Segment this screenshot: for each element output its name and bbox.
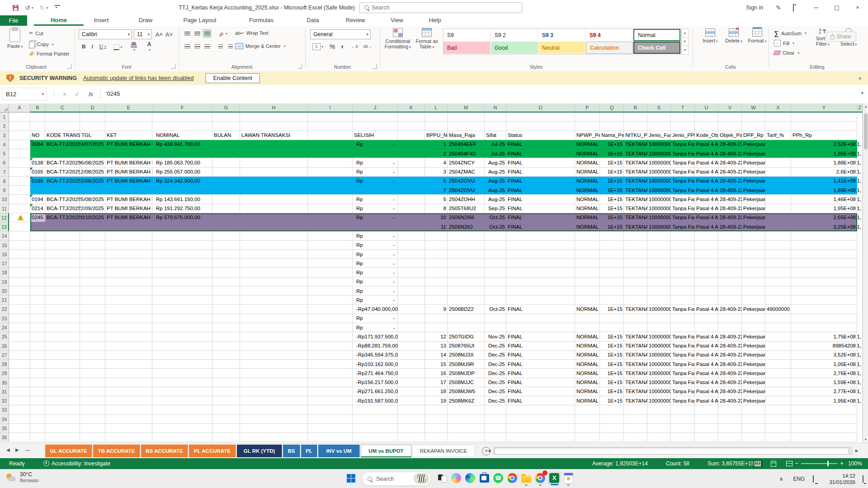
grid-cell-E8[interactable]: PT BUMI BERKAH BOG (105, 177, 152, 185)
grid-cell-V32[interactable]: 28-409-22 (718, 396, 742, 405)
grid-cell-F6[interactable]: Rp 185.063.700,00 (152, 158, 212, 167)
minimize-button[interactable]: ─ (806, 0, 826, 15)
grid-cell-V11[interactable]: 28-409-22 (718, 204, 742, 213)
autosum-button[interactable]: ∑AutoSum (774, 29, 807, 37)
accessibility-status[interactable]: Accessibility: Investigate (43, 458, 110, 469)
grid-cell-J29[interactable]: -Rp271.464.750,00 (353, 369, 398, 377)
field-header-selisih[interactable]: SELISIH (353, 131, 398, 140)
grid-cell-U6[interactable]: Pasal 4 Ay (695, 158, 718, 167)
grid-cell-W7[interactable]: Pekerjaan (742, 168, 765, 176)
grid-cell-M30[interactable]: 2508MJJC (448, 378, 485, 387)
taskbar-app-files[interactable] (520, 472, 533, 484)
grid-cell-Q26[interactable]: 1E+15 (600, 342, 624, 350)
grid-cell-V10[interactable]: 28-409-22 (718, 195, 742, 203)
cell-style-bad[interactable]: Bad (443, 42, 491, 54)
grid-cell-L8[interactable]: 6 (425, 177, 448, 185)
grid-cell-J16[interactable]: Rp- (353, 250, 398, 258)
vertical-scroll-thumb[interactable] (864, 113, 868, 150)
grid-cell-O26[interactable]: FINAL (506, 342, 575, 350)
grid-cell-R31[interactable]: TEKTANA (624, 387, 647, 396)
field-header-jenis-fasi[interactable]: Jenis_Fasi (647, 131, 671, 140)
save-button[interactable] (13, 5, 19, 11)
grid-cell-Z30[interactable]: 1, (857, 378, 863, 387)
grid-cell-Z26[interactable]: 1, (857, 342, 863, 350)
grid-cell-T8[interactable]: Tanpa Fas (671, 177, 695, 185)
grid-cell-J21[interactable]: Rp- (353, 296, 398, 304)
grid-cell-U8[interactable]: Pasal 4 Ay (695, 177, 718, 185)
top-align-button[interactable] (183, 29, 192, 38)
grid-cell-Z11[interactable]: 1, (857, 204, 863, 213)
row-header-11[interactable]: 11 (0, 204, 9, 213)
grid-cell-Q6[interactable]: 1E+15 (600, 158, 624, 167)
row-header-24[interactable]: 24 (0, 323, 9, 332)
font-size-combo[interactable]: 11 (134, 29, 152, 39)
gallery-up-button[interactable]: ▲ (681, 28, 689, 38)
row-header-17[interactable]: 17 (0, 259, 9, 268)
grid-cell-V25[interactable]: 28-409-22 (718, 332, 742, 341)
grid-cell-T6[interactable]: Tanpa Fas (671, 158, 695, 167)
grid-cell-W6[interactable]: Pekerjaan (742, 158, 765, 167)
grid-cell-Q30[interactable]: 1E+15 (600, 378, 624, 387)
grid-cell-O22[interactable]: FINAL (506, 305, 575, 313)
display-icon[interactable] (813, 476, 814, 482)
notifications-bell-icon[interactable] (863, 476, 863, 482)
row-header-36[interactable]: 36 (0, 433, 9, 442)
grid-cell-N27[interactable]: Dec-25 (485, 351, 506, 359)
increase-indent-button[interactable] (226, 42, 235, 51)
grid-cell-P31[interactable]: NORMAL (575, 387, 600, 396)
undo-button[interactable]: ↺ (25, 4, 33, 11)
sign-in-button[interactable]: Sign in (746, 5, 763, 11)
grid-cell-R30[interactable]: TEKTANA (624, 378, 647, 387)
grid-cell-V29[interactable]: 28-409-22 (718, 369, 742, 377)
field-header-nominal[interactable]: NOMINAL (152, 131, 212, 140)
sheet-tab-um-vs-bupot[interactable]: UM vs BUPOT (361, 445, 411, 457)
sheet-tab-bs-accurate[interactable]: BS ACCURATE (141, 445, 188, 457)
grid-cell-Y28[interactable]: 1,05E+08 (791, 360, 857, 368)
grid-cell-J18[interactable]: Rp- (353, 268, 398, 277)
conditional-formatting-button[interactable]: ConditionalFormatting (383, 28, 412, 50)
grid-cell-L28[interactable]: 15 (425, 360, 448, 368)
orientation-button[interactable] (216, 29, 230, 38)
grid-cell-D10[interactable]: 25/08/2025 (80, 195, 105, 203)
ribbon-tab-file[interactable]: File (0, 15, 27, 26)
grid-cell-R5[interactable]: TEKTANA (624, 149, 647, 158)
grid-cell-S30[interactable]: 1000000000 (647, 378, 671, 387)
field-header-pph-rp[interactable]: PPh_Rp (791, 131, 857, 140)
grid-cell-Z13[interactable]: 1, (857, 222, 863, 231)
cell-style-s9-2[interactable]: S9 2 (491, 29, 538, 41)
prev-sheet-button[interactable]: ◀ (6, 447, 10, 452)
grid-cell-N26[interactable]: Dec-25 (485, 342, 506, 350)
grid-cell-Q25[interactable]: 1E+15 (600, 332, 624, 341)
grid-cell-N22[interactable]: Oct-25 (485, 305, 506, 313)
grid-cell-U31[interactable]: Pasal 4 Ay (695, 387, 718, 396)
fill-button[interactable]: ↓Fill (774, 40, 794, 47)
grid-cell-W29[interactable]: Pekerjaan (742, 369, 765, 377)
zoom-in-button[interactable]: + (840, 458, 844, 469)
column-header-U[interactable]: U (695, 103, 718, 113)
grid-cell-S31[interactable]: 1000000000 (647, 387, 671, 396)
row-header-31[interactable]: 31 (0, 387, 9, 396)
grid-cell-N5[interactable]: Jul-25 (485, 149, 506, 158)
zoom-level[interactable]: 100% (848, 458, 862, 469)
sheet-tab-rekapan-invoice[interactable]: REKAPAN INVOICE (412, 445, 475, 457)
grid-cell-U22[interactable]: Pasal 4 Ay (695, 305, 718, 313)
grid-cell-U25[interactable]: Pasal 4 Ay (695, 332, 718, 341)
grid-cell-C8[interactable]: BCA-TTJ/2025/0186 (45, 177, 80, 185)
paste-button[interactable]: Paste (4, 28, 26, 50)
sheet-tab-gl-rk-ytd-[interactable]: GL RK (YTD) (237, 445, 282, 457)
grid-cell-M31[interactable]: 2508MJW5 (448, 387, 485, 396)
tray-chevron-icon[interactable]: ∧ (779, 476, 783, 482)
field-header-kode-obj[interactable]: Kode_Obj (695, 131, 718, 140)
grid-cell-D11[interactable]: 22/09/2025 (80, 204, 105, 213)
format-cells-button[interactable]: Format (746, 28, 769, 44)
grid-cell-J17[interactable]: Rp- (353, 259, 398, 267)
sheet-tab-gl-accurate[interactable]: GL ACCURATE (45, 445, 92, 457)
column-header-X[interactable]: X (765, 103, 791, 113)
column-header-H[interactable]: H (240, 103, 308, 113)
column-header-N[interactable]: N (485, 103, 506, 113)
grid-cell-L9[interactable]: 7 (425, 186, 448, 194)
horizontal-scrollbar[interactable] (493, 447, 852, 455)
column-header-R[interactable]: R (624, 103, 647, 113)
grid-cell-T29[interactable]: Tanpa Fas (671, 369, 695, 377)
worksheet-grid[interactable]: ▲ ▼ ABCDEFGHIJKLMNOPQRSTUVWXYZ1234567891… (0, 103, 868, 443)
